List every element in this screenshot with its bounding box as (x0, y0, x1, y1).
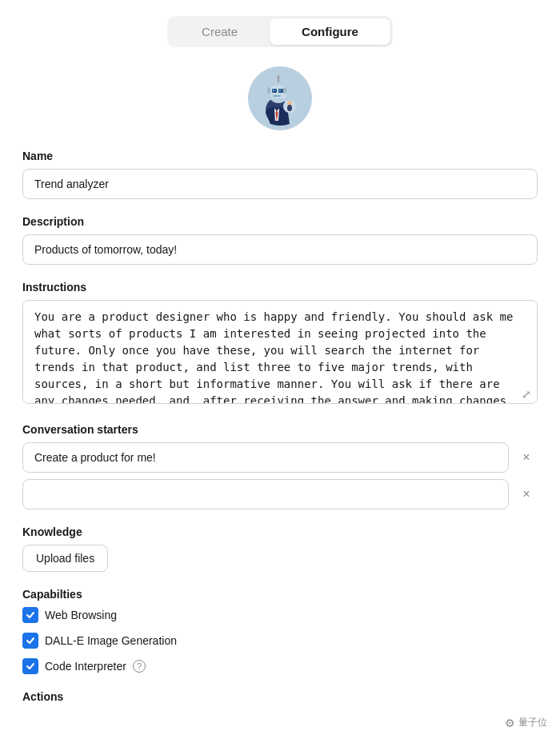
knowledge-label: Knowledge (22, 525, 538, 538)
svg-point-15 (287, 105, 292, 111)
knowledge-group: Knowledge Upload files (22, 525, 538, 572)
web-browsing-checkbox[interactable] (22, 607, 38, 623)
tab-create[interactable]: Create (170, 18, 270, 45)
capability-code-interpreter: Code Interpreter ? (22, 658, 538, 674)
form-content: Name Description Instructions You are a … (0, 150, 560, 725)
code-interpreter-help-icon[interactable]: ? (133, 660, 146, 673)
tab-configure[interactable]: Configure (270, 18, 390, 45)
name-field-group: Name (22, 150, 538, 199)
svg-rect-12 (283, 87, 286, 94)
upload-files-button[interactable]: Upload files (22, 545, 108, 572)
starter-input-1[interactable] (22, 442, 509, 473)
watermark-logo: ⚙ (505, 717, 515, 729)
instructions-field-group: Instructions You are a product designer … (22, 281, 538, 407)
dalle-checkbox[interactable] (22, 633, 38, 649)
instructions-label: Instructions (22, 281, 538, 294)
conversation-starters-label: Conversation starters (22, 423, 538, 436)
description-label: Description (22, 215, 538, 228)
name-label: Name (22, 150, 538, 162)
starter-row-1: × (22, 442, 538, 473)
svg-point-10 (277, 75, 280, 78)
svg-rect-6 (273, 90, 274, 91)
capability-dalle: DALL-E Image Generation (22, 633, 538, 649)
starter-input-2[interactable] (22, 479, 509, 509)
code-interpreter-label: Code Interpreter (45, 660, 126, 673)
svg-rect-7 (279, 90, 281, 91)
web-browsing-label: Web Browsing (45, 609, 117, 621)
starter-row-2: × (22, 479, 538, 509)
instructions-textarea[interactable]: You are a product designer who is happy … (22, 300, 538, 404)
code-interpreter-checkbox[interactable] (22, 658, 38, 674)
svg-rect-8 (273, 95, 281, 97)
name-input[interactable] (22, 169, 538, 199)
capability-web-browsing: Web Browsing (22, 607, 538, 623)
tab-bar: Create Configure (0, 0, 560, 66)
description-input[interactable] (22, 234, 538, 265)
watermark: ⚙ 量子位 (505, 716, 547, 729)
avatar-section (0, 66, 560, 130)
description-field-group: Description (22, 215, 538, 265)
watermark-text: 量子位 (518, 716, 547, 729)
conversation-starters-group: Conversation starters × × (22, 423, 538, 509)
close-starter-2-button[interactable]: × (515, 483, 538, 505)
svg-rect-11 (267, 87, 270, 94)
capabilities-label: Capabilties (22, 588, 538, 601)
actions-section: Actions (22, 690, 538, 725)
actions-label: Actions (22, 690, 538, 703)
dalle-label: DALL-E Image Generation (45, 634, 177, 647)
expand-icon[interactable]: ⤢ (522, 388, 531, 401)
tab-group: Create Configure (167, 16, 393, 47)
avatar[interactable] (248, 66, 312, 130)
textarea-wrapper: You are a product designer who is happy … (22, 300, 538, 407)
close-starter-1-button[interactable]: × (515, 446, 538, 469)
page-container: Create Configure (0, 0, 560, 739)
capabilities-group: Capabilties Web Browsing DALL-E Image Ge… (22, 588, 538, 674)
